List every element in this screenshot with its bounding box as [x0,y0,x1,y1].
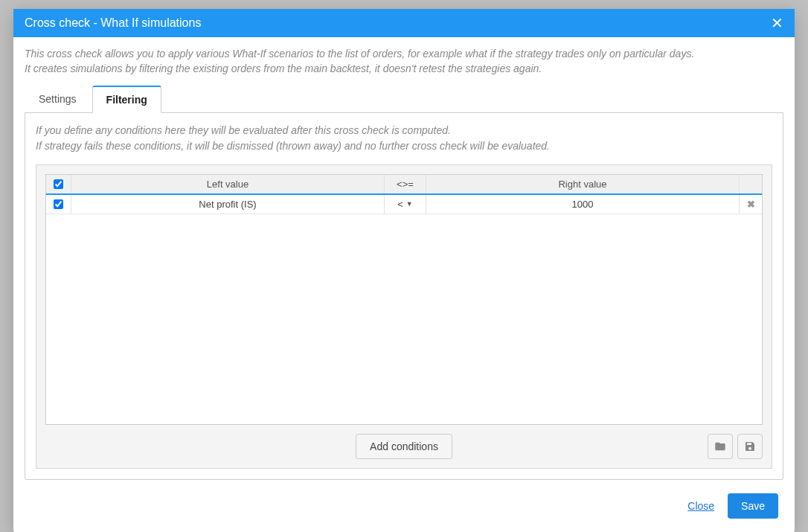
row-operator-value: < [397,199,403,210]
modal-description: This cross check allows you to apply var… [25,46,783,77]
header-operator: <>= [385,175,426,193]
modal-footer: Close Save [13,483,795,532]
chevron-down-icon: ▼ [406,200,413,208]
open-folder-button[interactable] [708,434,733,459]
grid-body: Net profit (IS) < ▼ 1000 ✖ [46,195,762,424]
add-conditions-button[interactable]: Add conditions [356,434,452,459]
save-icon [744,440,756,452]
row-left-value[interactable]: Net profit (IS) [71,195,385,214]
header-delete-col [740,175,762,193]
delete-row-icon[interactable]: ✖ [747,199,755,210]
row-delete-cell: ✖ [740,195,762,214]
header-right-value: Right value [426,175,740,193]
grid-footer: Add conditions [45,434,763,459]
description-line2: It creates simulations by filtering the … [25,61,783,76]
conditions-grid: Left value <>= Right value Net profit (I… [45,174,763,425]
conditions-panel: Left value <>= Right value Net profit (I… [36,164,772,469]
tab-filtering[interactable]: Filtering [92,86,161,113]
cross-check-modal: Cross check - What If simulations ✕ This… [13,9,795,532]
close-icon[interactable]: ✕ [771,16,783,31]
modal-header: Cross check - What If simulations ✕ [13,9,795,37]
save-button[interactable]: Save [728,493,778,519]
filtering-desc-line2: If strategy fails these conditions, it w… [36,138,772,154]
save-icon-button[interactable] [737,434,763,459]
tabs-bar: Settings Filtering [25,86,783,113]
header-checkbox-cell [46,175,71,193]
filtering-desc-line1: If you define any conditions here they w… [36,123,772,138]
row-checkbox-cell [46,195,71,214]
row-checkbox[interactable] [54,199,63,209]
close-link[interactable]: Close [687,500,714,512]
modal-body: This cross check allows you to apply var… [13,37,795,483]
row-operator-select[interactable]: < ▼ [385,195,426,214]
tab-settings[interactable]: Settings [25,86,91,113]
grid-header-row: Left value <>= Right value [46,175,762,195]
row-right-value[interactable]: 1000 [426,195,740,214]
filtering-description: If you define any conditions here they w… [36,123,772,154]
header-left-value: Left value [71,175,385,193]
filtering-tab-content: If you define any conditions here they w… [25,112,783,480]
footer-icon-buttons [708,434,763,459]
description-line1: This cross check allows you to apply var… [25,46,783,61]
select-all-checkbox[interactable] [54,179,63,189]
modal-title: Cross check - What If simulations [25,16,201,30]
folder-icon [714,440,726,452]
condition-row: Net profit (IS) < ▼ 1000 ✖ [46,195,762,214]
